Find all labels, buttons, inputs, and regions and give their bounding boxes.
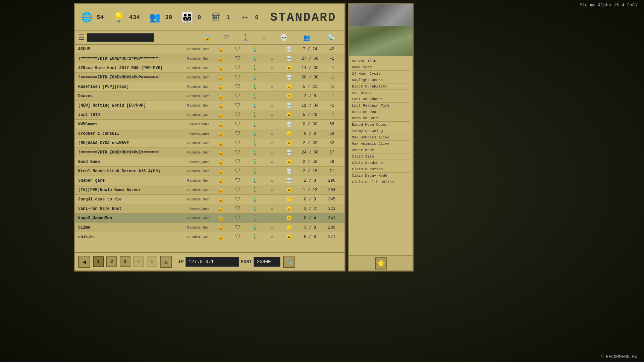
lock-icon: 🔒 xyxy=(212,65,229,71)
table-row[interactable]: [NEW] Rotting World [EU/PvP] Random Gen … xyxy=(75,101,344,110)
detail-label: Loot Respawn Time xyxy=(352,104,389,108)
table-row[interactable]: Kreol.Novosibirsk Server A16.4(b8) Rando… xyxy=(75,167,344,176)
ping-value: 345 xyxy=(322,197,341,202)
table-row[interactable]: Just 7DTD Random Gen 🔒 🛡 🚶‍♂️ ⚔ 😐 5 / 20… xyxy=(75,110,344,120)
shield-icon: 🛡 xyxy=(229,149,246,156)
list-item: Block Durability xyxy=(352,83,410,90)
stat-bulb-value: 434 xyxy=(129,14,140,21)
table-row[interactable]: !=======7DTD ZONE=RU#2=PvP=======! Rando… xyxy=(75,73,344,82)
pvp-icon: ⚔ xyxy=(263,93,280,99)
table-row[interactable]: Rudeflesh [PvP][raid] Random Gen 🔒 🛡 🚶‍♂… xyxy=(75,82,344,92)
table-row[interactable]: ZZBase Game Host 2017 RUS (PVP-PVE) Rand… xyxy=(75,63,344,73)
move-icon: 🚶‍♂️ xyxy=(246,234,263,240)
table-row[interactable]: !=======7DTD ZONE=RU#3=PvE=======! Rando… xyxy=(75,148,344,157)
page-4-button[interactable]: 4 xyxy=(133,256,144,267)
watermark-bottom: 1 RECOMMEND.RU xyxy=(601,354,637,359)
list-item: Enemy Spawning xyxy=(352,128,410,134)
connect-button[interactable]: 🔧 xyxy=(283,256,295,268)
shield-icon: 🛡 xyxy=(229,140,246,146)
ping-value: 280 xyxy=(322,225,341,230)
skull-icon: 😐 xyxy=(280,140,298,146)
server-map: Random Gen xyxy=(171,235,212,239)
server-map: Navezgane xyxy=(171,207,212,211)
server-name: !=======7DTD ZONE=RU#2=PvP=======! xyxy=(78,75,171,80)
player-count: 0 / 8 xyxy=(298,197,322,202)
move-icon: 🚶‍♂️ xyxy=(246,121,263,127)
table-row[interactable]: Good Game Navezgane 🔓 🛡 🚶‍♂️ ⚔ 😐 2 / 50 … xyxy=(75,157,344,167)
shield-icon: 🛡 xyxy=(229,83,246,90)
shield-icon: 🛡 xyxy=(229,74,246,80)
server-map: Random Gen xyxy=(171,226,212,230)
stat-groups-value: 0 xyxy=(198,14,201,21)
prev-page-button[interactable]: ◀ xyxy=(78,256,90,268)
player-count: 2 / 32 xyxy=(298,141,322,145)
detail-label: Drop on Death xyxy=(352,110,381,114)
table-row[interactable]: [RU]AAAA CYKA newWAVE Random Gen 🔓 🛡 🚶‍♂… xyxy=(75,138,344,148)
server-map: Navezgane xyxy=(171,122,212,126)
right-panel: Server Time Game Seed 24 Hour Cycle Dayl… xyxy=(348,3,414,272)
stat-transfer: ↔ 0 xyxy=(236,9,259,26)
skull-icon: 😐 xyxy=(280,225,298,230)
server-name: ASHUM xyxy=(78,47,171,52)
table-row[interactable]: !=======7DTD ZONE=RU#1=PvP=======! Rando… xyxy=(75,54,344,63)
list-item: Claim Health Online xyxy=(352,179,410,185)
table-row[interactable]: shikiki Random Gen 🔓 🛡 🚶‍♂️ ⚔ 😐 0 / 8 27… xyxy=(75,232,344,240)
detail-label: Server Time xyxy=(352,59,376,63)
lock-icon: 🔒 xyxy=(212,74,229,81)
ping-value: 264 xyxy=(322,188,341,192)
lock-icon: 🔒 xyxy=(212,102,229,109)
lock-icon: 🔓 xyxy=(212,149,229,156)
skull-icon: 😐 xyxy=(280,215,298,221)
server-name: kage2_JapanMap xyxy=(78,216,171,221)
skull-icon: 😐 xyxy=(280,159,298,165)
favorite-bar: ⭐ xyxy=(349,255,413,270)
list-item: Blood Moon Count xyxy=(352,122,410,128)
list-item: Daylight Hours xyxy=(352,77,410,83)
move-icon: 🚶‍♂️ xyxy=(246,140,263,146)
pvp-icon: ⚔ xyxy=(263,168,280,174)
pvp-icon: ⚔ xyxy=(263,196,280,202)
lock-icon: 🔓 xyxy=(212,196,229,203)
table-row[interactable]: JangJi days to die Random Gen 🔓 🛡 🚶‍♂️ ⚔… xyxy=(75,195,344,204)
favorite-button[interactable]: ⭐ xyxy=(375,257,387,269)
table-row[interactable]: crooker i consull Navezgane 🔓 🛡 🚶‍♂️ ⚔ 😐… xyxy=(75,129,344,138)
pvp-icon: ⚔ xyxy=(263,46,280,52)
server-name: crooker i consull xyxy=(78,131,171,136)
pvp-icon: ⚔ xyxy=(263,178,280,183)
lock-icon: 🔒 xyxy=(212,55,229,62)
pvp-icon: ⚔ xyxy=(263,187,280,193)
page-3-button[interactable]: 3 xyxy=(120,256,130,267)
player-count: 11 / 34 xyxy=(298,103,322,108)
detail-label: Loot Abundance xyxy=(352,97,383,101)
search-input[interactable] xyxy=(87,33,154,42)
list-item: Drop on Death xyxy=(352,109,410,115)
stat-building: 🏛 1 xyxy=(208,9,230,26)
page-5-button[interactable]: 5 xyxy=(147,256,157,267)
page-2-button[interactable]: 2 xyxy=(106,256,117,267)
pvp-icon: ⚔ xyxy=(263,225,280,230)
table-row[interactable]: Slime Random Gen 🔓 🛡 🚶‍♂️ ⚔ 😐 3 / 8 280 xyxy=(75,223,344,232)
table-row[interactable]: NVMGames Navezgane 🔓 🛡 🚶‍♂️ ⚔ 💀 0 / 30 5… xyxy=(75,120,344,129)
server-map: Navezgane xyxy=(171,160,212,164)
detail-label: 24 Hour Cycle xyxy=(352,72,381,76)
server-name: [NEW] Rotting World [EU/PvP] xyxy=(78,103,171,108)
refresh-button[interactable]: ↻ xyxy=(160,256,172,268)
lock-icon: 🔒 xyxy=(212,46,229,53)
table-row[interactable]: Shaber game Random Gen 🔓 🛡 🚶‍♂️ ⚔ 💀 2 / … xyxy=(75,176,344,185)
table-row[interactable]: [TW][PVE]Uncle Game Server Random Gen 🔓 … xyxy=(75,185,344,195)
table-row[interactable]: ASHUM Random Gen 🔒 🛡 🚶‍♂️ ⚔ 💀 7 / 24 42 xyxy=(75,45,344,54)
server-list: ASHUM Random Gen 🔒 🛡 🚶‍♂️ ⚔ 💀 7 / 24 42 … xyxy=(75,45,344,240)
table-row[interactable]: Daavos Random Gen 🔒 🛡 🚶‍♂️ ⚔ 😐 2 / 8 -1 xyxy=(75,92,344,101)
lock-icon: 🔒 xyxy=(212,83,229,90)
server-map: Random Gen xyxy=(171,188,212,192)
ip-input[interactable] xyxy=(185,257,239,267)
shield-icon: 🛡 xyxy=(229,196,246,202)
skull-icon: 😐 xyxy=(280,187,298,193)
table-row[interactable]: kage2_JapanMap Random Gen 🔓 🛡 🚶‍♂️ ⚔ 😐 0… xyxy=(75,214,344,223)
port-input[interactable] xyxy=(254,257,280,267)
page-1-button[interactable]: 1 xyxy=(93,256,104,267)
table-row[interactable]: vani-ran Game Host Navezgane 🔓 🛡 🚶‍♂️ ⚔ … xyxy=(75,204,344,214)
pvp-icon: ⚔ xyxy=(263,206,280,212)
server-map: Random Gen xyxy=(171,113,212,117)
lock-icon: 🔓 xyxy=(212,140,229,146)
